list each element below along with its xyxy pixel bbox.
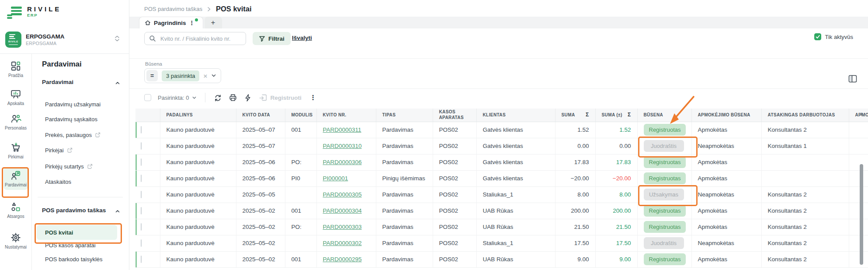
sidebar-item-pirkeju-sutartys[interactable]: Pirkėjų sutartys	[45, 162, 93, 170]
row-checkbox[interactable]	[141, 126, 142, 133]
kvito-nr-link[interactable]: PARD0000311	[323, 126, 361, 133]
row-checkbox[interactable]	[141, 175, 142, 182]
sidebar-item-pardavimu-saskaitos[interactable]: Pardavimų sąskaitos	[45, 115, 97, 123]
zap-icon[interactable]	[244, 94, 252, 102]
kvito-nr-link[interactable]: PARD0000306	[323, 159, 362, 165]
col-kasos-aparatas[interactable]: KASOS APARATAS	[433, 109, 476, 122]
more-actions-icon[interactable]: ⋮	[308, 94, 318, 102]
kvito-nr-link[interactable]: PARD0000295	[323, 256, 362, 263]
employee-cell: Konsultantas 2	[761, 235, 849, 251]
sum-icon[interactable]: Σ	[586, 112, 589, 118]
row-checkbox[interactable]	[141, 142, 142, 150]
col-apmokejimo-busena[interactable]: APMOKĖJIMO BŪSENA	[691, 109, 761, 122]
kvito-data-cell: 2025–05–07	[236, 122, 285, 138]
active-only-toggle[interactable]: Tik aktyvūs	[814, 33, 853, 40]
kasos-aparatas-cell: POS02	[433, 251, 476, 267]
payment-status-cell: Apmokėtas	[691, 219, 761, 235]
row-checkbox[interactable]	[141, 158, 142, 166]
modulis-cell: PI0	[285, 170, 316, 186]
employee-cell: Konsultantas 2	[761, 219, 849, 235]
tipas-cell: Pardavimas	[376, 203, 433, 219]
filters-button[interactable]: Filtrai	[253, 32, 291, 45]
operator-button[interactable]: =	[146, 70, 158, 81]
register-button[interactable]: Registruoti	[259, 93, 302, 102]
truncated-cell	[849, 203, 868, 219]
col-modulis[interactable]: MODULIS	[285, 109, 316, 122]
selected-count[interactable]: Pasirinkta: 0	[158, 95, 197, 101]
scrollbar-thumb[interactable]	[860, 164, 863, 265]
workspace-selector[interactable]: RIVILE ERPOSGAMA ERPOSGAMA	[5, 29, 124, 50]
select-all-checkbox[interactable]	[144, 94, 151, 101]
clear-filters-link[interactable]: Išvalyti	[292, 35, 312, 41]
kvito-data-cell: 2025–05–02	[236, 251, 285, 267]
row-checkbox[interactable]	[141, 239, 142, 247]
payment-status-cell: Neapmokėtas	[691, 235, 761, 251]
kvito-nr-link[interactable]: PARD0000310	[323, 143, 362, 149]
kvito-nr-link[interactable]: PARD0000304	[323, 207, 362, 214]
col-kvito-data[interactable]: KVITO DATA	[236, 109, 285, 122]
column-settings-icon[interactable]	[848, 74, 858, 85]
kvito-nr-link[interactable]: PARD0000303	[323, 224, 362, 230]
chevron-down-icon[interactable]	[211, 73, 216, 78]
sidebar-item-pos-kasos-aparatai[interactable]: POS kasos aparatai	[45, 241, 96, 249]
active-only-checkbox[interactable]	[814, 33, 821, 40]
modulis-cell	[285, 186, 316, 203]
main-area: POS pardavimo taškas POS kvitai Pagrindi…	[129, 0, 868, 270]
clear-chip-icon[interactable]: ×	[203, 72, 207, 80]
tab-menu-icon[interactable]: ⋮	[189, 20, 198, 26]
search-input[interactable]	[160, 35, 241, 42]
refresh-icon[interactable]	[214, 94, 222, 102]
col-padalinys[interactable]: PADALINYS	[160, 109, 236, 122]
amount-signed-cell: 8.00	[595, 186, 637, 203]
row-checkbox[interactable]	[141, 256, 142, 263]
section-pos[interactable]: POS pardavimo taškas	[42, 207, 106, 214]
sidebar-item-pos-kvitai[interactable]: POS kvitai	[37, 225, 117, 240]
row-checkbox[interactable]	[141, 191, 142, 198]
breadcrumb-parent[interactable]: POS pardavimo taškas	[144, 6, 202, 12]
truncated-cell	[849, 251, 868, 267]
chevron-down-icon	[192, 95, 197, 100]
amount-signed-value: 9.00	[619, 256, 631, 263]
kvito-nr-link[interactable]: PARD0000305	[323, 191, 362, 198]
chevron-up-icon[interactable]	[115, 208, 120, 216]
sidebar-item-prekes-paslaugos[interactable]: Prekės, paslaugos	[45, 131, 101, 139]
kvito-nr-link[interactable]: PI000001	[323, 175, 348, 182]
rail-item-pardavimai[interactable]: Pardavimai	[3, 167, 28, 190]
col-busena[interactable]: BŪSENA	[637, 109, 691, 122]
sum-icon[interactable]: Σ	[628, 112, 631, 118]
scroll-up-arrow[interactable]	[859, 112, 864, 116]
col-atsakingas-darbuotojas[interactable]: ATSAKINGAS DARBUOTOJAS	[761, 109, 849, 122]
sidebar-item-ataskaitos[interactable]: Ataskaitos	[45, 178, 71, 186]
vertical-scrollbar[interactable]	[859, 112, 864, 267]
add-tab-button[interactable]: +	[205, 17, 222, 28]
col-suma[interactable]: SUMAΣ	[555, 109, 595, 122]
rail-item-nustatymai[interactable]: Nustatymai	[3, 232, 28, 249]
rail-item-pirkimai[interactable]: Pirkimai	[3, 142, 28, 159]
breadcrumb: POS pardavimo taškas POS kvitai	[144, 5, 252, 13]
tab-pagrindinis[interactable]: Pagrindinis ⋮	[139, 17, 203, 28]
col-suma-pm[interactable]: SUMA (±)Σ	[595, 109, 637, 122]
sidebar-item-pos-barkodo-taisykles[interactable]: POS barkodo taisyklės	[45, 255, 103, 263]
row-checkbox[interactable]	[141, 223, 142, 231]
gear-icon	[10, 232, 21, 243]
sidebar-item-pirkejai[interactable]: Pirkėjai	[45, 146, 73, 154]
sidebar-item-pardavimu-uzsakymai[interactable]: Pardavimų užsakymai	[45, 100, 101, 108]
kvito-nr-link[interactable]: PARD0000302	[323, 240, 362, 246]
col-apmok-truncated[interactable]: APMOK	[849, 109, 868, 122]
status-selected-chip[interactable]: 3 pasirinkta	[162, 70, 199, 81]
print-icon[interactable]	[229, 93, 237, 102]
rail-item-pradzia[interactable]: Pradžia	[3, 60, 28, 78]
table-row: Kauno parduotuvė 2025–05–07 001 PARD0000…	[135, 122, 868, 138]
col-kvito-nr[interactable]: KVITO NR.	[316, 109, 376, 122]
kvito-data-cell: 2025–05–06	[236, 170, 285, 186]
section-pardavimai[interactable]: Pardavimai	[42, 79, 73, 85]
col-klientas[interactable]: KLIENTAS	[476, 109, 555, 122]
rail-item-atsargos[interactable]: Atsargos	[3, 201, 28, 219]
chevron-up-icon[interactable]	[115, 80, 120, 88]
unfold-icon[interactable]	[114, 35, 120, 44]
rail-item-personalas[interactable]: Personalas	[3, 113, 28, 130]
col-tipas[interactable]: TIPAS	[376, 109, 433, 122]
row-checkbox[interactable]	[141, 207, 142, 214]
amount-cell: −20.00	[555, 170, 595, 186]
rail-item-apskaita[interactable]: Apskaita	[3, 88, 28, 106]
